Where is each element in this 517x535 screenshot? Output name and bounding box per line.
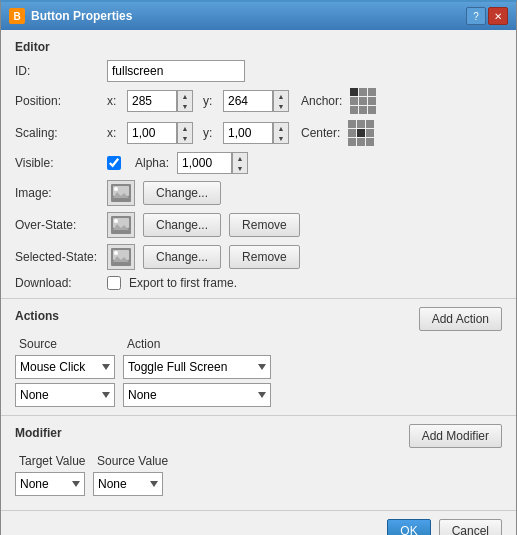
over-state-icon xyxy=(111,216,131,234)
center-cell xyxy=(366,138,374,146)
target-value-select[interactable]: None xyxy=(15,472,85,496)
over-state-label: Over-State: xyxy=(15,218,103,232)
over-state-row: Over-State: Change... Remove xyxy=(15,212,502,238)
scale-x-label: x: xyxy=(107,126,123,140)
visible-checkbox[interactable] xyxy=(107,156,121,170)
visible-row: Visible: Alpha: ▲ ▼ xyxy=(15,152,502,174)
anchor-cell xyxy=(359,88,367,96)
scale-y-label: y: xyxy=(203,126,219,140)
scale-y-down[interactable]: ▼ xyxy=(274,133,288,143)
scale-x-spinner: ▲ ▼ xyxy=(177,122,193,144)
modifier-section-label: Modifier xyxy=(15,426,62,440)
position-row: Position: x: ▲ ▼ y: ▲ ▼ Anchor: xyxy=(15,88,502,114)
pos-y-up[interactable]: ▲ xyxy=(274,91,288,101)
scale-x-group: ▲ ▼ xyxy=(127,122,193,144)
svg-point-3 xyxy=(114,187,118,191)
window-title: Button Properties xyxy=(31,9,132,23)
actions-col-headers: Source Action xyxy=(15,337,502,351)
selected-state-label: Selected-State: xyxy=(15,250,103,264)
over-remove-button[interactable]: Remove xyxy=(229,213,300,237)
titlebar: B Button Properties ? ✕ xyxy=(1,2,516,30)
pos-y-input[interactable] xyxy=(223,90,273,112)
help-button[interactable]: ? xyxy=(466,7,486,25)
center-label: Center: xyxy=(301,126,340,140)
sel-remove-button[interactable]: Remove xyxy=(229,245,300,269)
center-cell xyxy=(366,120,374,128)
visible-label: Visible: xyxy=(15,156,103,170)
center-cell xyxy=(366,129,374,137)
actions-section-label: Actions xyxy=(15,309,59,323)
source-col-header: Source xyxy=(19,337,119,351)
over-change-button[interactable]: Change... xyxy=(143,213,221,237)
scale-y-input[interactable] xyxy=(223,122,273,144)
alpha-up[interactable]: ▲ xyxy=(233,153,247,163)
pos-y-spinner: ▲ ▼ xyxy=(273,90,289,112)
close-button[interactable]: ✕ xyxy=(488,7,508,25)
action-select-1[interactable]: Toggle Full Screen None xyxy=(123,355,271,379)
image-row: Image: Change... xyxy=(15,180,502,206)
anchor-cell xyxy=(368,106,376,114)
titlebar-left: B Button Properties xyxy=(9,8,132,24)
center-cell-active xyxy=(357,129,365,137)
alpha-label: Alpha: xyxy=(135,156,169,170)
anchor-cell xyxy=(350,106,358,114)
scale-x-input[interactable] xyxy=(127,122,177,144)
pos-y-down[interactable]: ▼ xyxy=(274,101,288,111)
image-icon xyxy=(111,184,131,202)
center-grid xyxy=(348,120,374,146)
svg-point-7 xyxy=(114,219,118,223)
ok-button[interactable]: OK xyxy=(387,519,430,535)
actions-header: Actions Add Action xyxy=(15,307,502,331)
anchor-label: Anchor: xyxy=(301,94,342,108)
anchor-cell xyxy=(350,97,358,105)
selected-state-preview[interactable] xyxy=(107,244,135,270)
cancel-button[interactable]: Cancel xyxy=(439,519,502,535)
modifier-row: None None xyxy=(15,472,502,496)
pos-x-down[interactable]: ▼ xyxy=(178,101,192,111)
action-select-2[interactable]: Toggle Full Screen None xyxy=(123,383,271,407)
image-preview-button[interactable] xyxy=(107,180,135,206)
action-row-1: Mouse Click None Toggle Full Screen None xyxy=(15,355,502,379)
over-state-preview[interactable] xyxy=(107,212,135,238)
modifier-col-headers: Target Value Source Value xyxy=(15,454,502,468)
source-value-select[interactable]: None xyxy=(93,472,163,496)
center-cell xyxy=(357,138,365,146)
image-change-button[interactable]: Change... xyxy=(143,181,221,205)
center-cell xyxy=(348,129,356,137)
source-select-2[interactable]: Mouse Click None xyxy=(15,383,115,407)
add-modifier-button[interactable]: Add Modifier xyxy=(409,424,502,448)
actions-section: Actions Add Action Source Action Mouse C… xyxy=(15,307,502,407)
anchor-cell xyxy=(359,97,367,105)
alpha-down[interactable]: ▼ xyxy=(233,163,247,173)
center-cell xyxy=(357,120,365,128)
window-icon: B xyxy=(9,8,25,24)
editor-section-label: Editor xyxy=(15,40,502,54)
modifier-header: Modifier Add Modifier xyxy=(15,424,502,448)
pos-x-input[interactable] xyxy=(127,90,177,112)
titlebar-controls: ? ✕ xyxy=(466,7,508,25)
selected-state-icon xyxy=(111,248,131,266)
target-col-header: Target Value xyxy=(19,454,89,468)
anchor-cell xyxy=(368,97,376,105)
pos-x-group: ▲ ▼ xyxy=(127,90,193,112)
download-row: Download: Export to first frame. xyxy=(15,276,502,290)
id-input[interactable] xyxy=(107,60,245,82)
scale-y-up[interactable]: ▲ xyxy=(274,123,288,133)
anchor-cell xyxy=(350,88,358,96)
svg-point-11 xyxy=(114,251,118,255)
action-row-2: Mouse Click None Toggle Full Screen None xyxy=(15,383,502,407)
export-label: Export to first frame. xyxy=(129,276,237,290)
alpha-input[interactable] xyxy=(177,152,232,174)
anchor-grid xyxy=(350,88,376,114)
scale-x-down[interactable]: ▼ xyxy=(178,133,192,143)
anchor-cell xyxy=(368,88,376,96)
download-checkbox[interactable] xyxy=(107,276,121,290)
sel-change-button[interactable]: Change... xyxy=(143,245,221,269)
add-action-button[interactable]: Add Action xyxy=(419,307,502,331)
footer: OK Cancel xyxy=(1,510,516,535)
scale-y-spinner: ▲ ▼ xyxy=(273,122,289,144)
pos-x-up[interactable]: ▲ xyxy=(178,91,192,101)
scale-x-up[interactable]: ▲ xyxy=(178,123,192,133)
y-label: y: xyxy=(203,94,219,108)
source-select-1[interactable]: Mouse Click None xyxy=(15,355,115,379)
